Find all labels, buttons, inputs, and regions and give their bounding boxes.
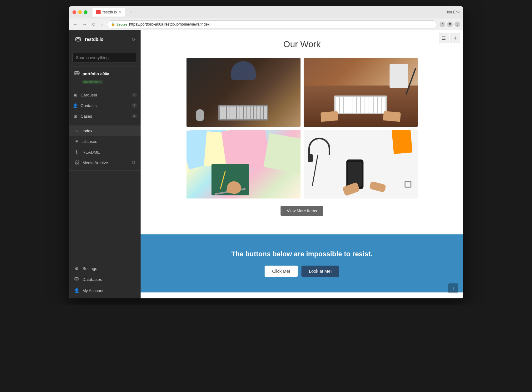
cases-label: Cases	[81, 114, 92, 119]
sidebar-item-my-account[interactable]: 👤 My Account	[69, 285, 141, 296]
sidebar-item-allcases[interactable]: ≡ allcases	[69, 136, 141, 147]
sidebar-item-readme[interactable]: ℹ README	[69, 147, 141, 157]
back-button[interactable]: ←	[72, 21, 79, 28]
svg-point-0	[76, 37, 81, 39]
databases-icon	[74, 277, 79, 282]
browser-tab[interactable]: restdb.io ✕	[92, 8, 125, 17]
my-account-label: My Account	[82, 288, 103, 293]
section-title: Our Work	[153, 39, 451, 49]
cta-title: The buttons below are impossible to resi…	[153, 250, 451, 258]
settings-button[interactable]	[450, 33, 460, 43]
my-account-icon: 👤	[74, 288, 79, 293]
svg-rect-3	[442, 37, 445, 37]
contacts-icon: 👤	[72, 103, 78, 108]
index-label: Index	[82, 129, 92, 133]
sidebar-item-databases[interactable]: Databases	[69, 274, 141, 285]
sidebar-item-carousel[interactable]: ▣ Carousel 3	[69, 90, 141, 100]
carousel-icon: ▣	[72, 92, 78, 98]
settings-label: Settings	[82, 266, 97, 271]
contacts-count: 4	[132, 103, 137, 108]
sidebar-header: restdb.io ⟳	[69, 30, 141, 49]
sidebar-item-contacts[interactable]: 👤 Contacts 4	[69, 100, 141, 111]
db-name-row: portfolio-a00a	[74, 70, 136, 77]
image-card-3	[186, 130, 301, 198]
collections-list: ▣ Carousel 3 👤 Contacts 4 ⊞ Cases 4	[69, 88, 141, 123]
tab-close-button[interactable]: ✕	[119, 10, 122, 14]
view-more-button[interactable]: View More Items	[281, 206, 323, 216]
cases-count: 4	[132, 114, 137, 118]
address-bar[interactable]: 🔒 Secure https://portfolio-a00a.restdb.i…	[107, 20, 437, 28]
browser-titlebar: restdb.io ✕ + Jon Erik	[69, 6, 463, 18]
sidebar: restdb.io ⟳ portfo	[69, 30, 141, 298]
fullscreen-button[interactable]	[84, 10, 87, 14]
allcases-icon: ≡	[74, 139, 79, 144]
cta-buttons: Click Me! Look at Me!	[153, 266, 451, 277]
media-archive-label: Media Archive	[82, 160, 108, 165]
db-section: portfolio-a00a development	[69, 66, 141, 88]
traffic-lights	[72, 10, 87, 14]
cases-icon: ⊞	[72, 113, 78, 119]
index-home-icon: ⌂	[74, 128, 79, 133]
readme-icon: ℹ	[74, 149, 79, 154]
browser-toolbar: ← → ↻ ⌂ 🔒 Secure https://portfolio-a00a.…	[69, 18, 463, 30]
image-card-1	[186, 58, 301, 127]
media-archive-icon: 🖼	[74, 160, 79, 165]
databases-label: Databases	[82, 277, 102, 282]
main-content: Our Work	[141, 30, 463, 298]
list-view-button[interactable]	[439, 33, 449, 43]
svg-rect-4	[442, 38, 445, 38]
svg-point-6	[455, 37, 456, 39]
user-label: Jon Erik	[446, 10, 460, 14]
minimize-button[interactable]	[78, 10, 82, 14]
secure-badge: 🔒 Secure	[111, 22, 127, 26]
sidebar-bottom: ⚙ Settings Databases 👤 My Acco	[69, 261, 141, 298]
menu-icon[interactable]: ⋮	[455, 22, 460, 27]
scroll-top-button[interactable]: ↑	[448, 283, 458, 293]
readme-label: README	[82, 150, 100, 154]
url-text: https://portfolio-a00a.restdb.io/home/vi…	[129, 22, 209, 27]
media-archive-count: 11	[132, 161, 136, 164]
db-logo-icon	[74, 35, 82, 44]
sidebar-item-index[interactable]: ⌂ Index	[69, 125, 141, 136]
svg-point-1	[74, 71, 79, 73]
image-grid	[186, 58, 418, 198]
db-badge: development	[82, 80, 103, 84]
view-more-container: View More Items	[153, 206, 451, 216]
search-container	[69, 49, 141, 66]
close-button[interactable]	[72, 10, 76, 14]
new-tab-button[interactable]: +	[130, 9, 132, 15]
tab-favicon	[96, 10, 101, 14]
carousel-count: 3	[132, 93, 137, 97]
lock-icon: 🔒	[111, 22, 115, 26]
home-button[interactable]: ⌂	[99, 21, 104, 28]
settings-gear-icon: ⚙	[74, 266, 79, 271]
sidebar-item-cases[interactable]: ⊞ Cases 4	[69, 111, 141, 121]
sidebar-refresh-button[interactable]: ⟳	[132, 37, 136, 42]
portfolio-section: Our Work	[141, 30, 463, 234]
reload-button[interactable]: ↻	[91, 21, 97, 28]
app-container: restdb.io ⟳ portfo	[69, 30, 463, 298]
image-card-2	[304, 58, 418, 127]
contacts-label: Contacts	[81, 103, 97, 108]
db-name-text: portfolio-a00a	[82, 71, 109, 76]
search-input[interactable]	[72, 53, 137, 62]
logo-text: restdb.io	[85, 37, 103, 42]
click-me-button[interactable]: Click Me!	[265, 266, 298, 277]
extensions-icon[interactable]: ⚙	[447, 22, 453, 27]
svg-rect-5	[442, 39, 445, 40]
sidebar-item-settings[interactable]: ⚙ Settings	[69, 263, 141, 274]
sidebar-logo: restdb.io	[74, 35, 103, 44]
look-at-me-button[interactable]: Look at Me!	[301, 266, 339, 277]
sidebar-nav-section: ⌂ Index ≡ allcases ℹ README 🖼 Media Arch…	[69, 123, 141, 171]
allcases-label: allcases	[82, 139, 97, 144]
toolbar-icons: ☆ ⚙ ⋮	[440, 22, 460, 27]
forward-button[interactable]: →	[81, 21, 88, 28]
db-icon	[74, 70, 80, 77]
bookmark-icon[interactable]: ☆	[440, 22, 445, 27]
cta-section: The buttons below are impossible to resi…	[141, 234, 463, 292]
sidebar-item-media-archive[interactable]: 🖼 Media Archive 11	[69, 157, 141, 168]
main-toolbar	[439, 33, 460, 43]
svg-point-2	[75, 277, 78, 278]
secure-label: Secure	[116, 22, 127, 26]
image-card-4	[304, 130, 418, 198]
